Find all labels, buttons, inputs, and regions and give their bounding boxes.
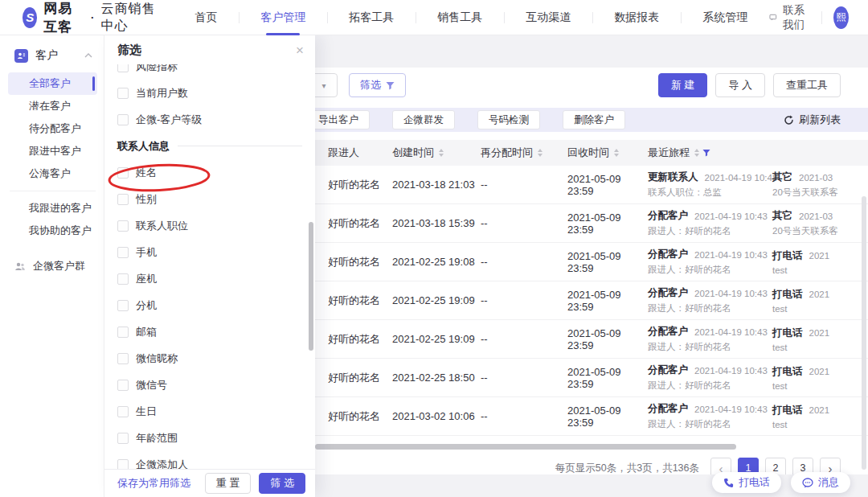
filter-button[interactable]: 筛选 xyxy=(349,73,406,97)
sort-icon[interactable] xyxy=(614,149,619,157)
sidebar-item[interactable]: 待分配客户 xyxy=(8,117,97,140)
checkbox[interactable] xyxy=(117,459,129,470)
filter-item[interactable]: 生日 xyxy=(117,398,302,425)
filter-item-label: 微信昵称 xyxy=(136,351,178,366)
sort-icon[interactable] xyxy=(439,149,444,157)
column-filter-funnel-icon[interactable] xyxy=(702,149,710,157)
sidebar-item[interactable]: 我协助的客户 xyxy=(8,220,97,242)
reset-button[interactable]: 重 置 xyxy=(205,473,252,494)
checkbox[interactable] xyxy=(117,194,129,205)
import-button[interactable]: 导 入 xyxy=(715,73,765,97)
table-row[interactable]: 好听的花名 2021-02-25 18:50 -- 2021-05-09 23:… xyxy=(315,359,868,397)
column-select-dropdown[interactable]: ▾ xyxy=(315,73,338,97)
contact-us-button[interactable]: 联系我们 xyxy=(769,3,810,32)
nav-item[interactable]: 数据报表 xyxy=(592,0,681,35)
filter-item[interactable]: 企微添加人 xyxy=(117,451,302,469)
message-button[interactable]: 消息 xyxy=(791,472,850,493)
checkbox[interactable] xyxy=(117,353,129,364)
checkbox[interactable] xyxy=(117,64,129,72)
checkbox[interactable] xyxy=(117,380,129,391)
filter-item[interactable]: 微信昵称 xyxy=(117,345,302,372)
vertical-scrollbar[interactable] xyxy=(862,196,866,470)
sort-icon[interactable] xyxy=(694,149,699,157)
new-button[interactable]: 新 建 xyxy=(658,73,708,97)
sidebar-item[interactable]: 我跟进的客户 xyxy=(8,197,97,220)
dedupe-tool-button[interactable]: 查重工具 xyxy=(773,73,841,97)
sidebar-item[interactable]: 全部客户 xyxy=(8,72,97,95)
filter-item[interactable]: 性别 xyxy=(117,186,302,212)
cell-journey: 更新联系人2021-04-19 10:48 联系人职位：总监 xyxy=(648,170,772,199)
todo-time: 2021-03 xyxy=(799,173,833,183)
bulk-action-button[interactable]: 企微群发 xyxy=(392,110,455,129)
save-as-common-filter-link[interactable]: 保存为常用筛选 xyxy=(117,476,190,491)
table-row[interactable]: 好听的花名 2021-03-02 10:06 -- 2021-05-09 23:… xyxy=(315,397,868,436)
filter-item[interactable]: 年龄范围 xyxy=(117,425,302,451)
table-row[interactable]: 好听的花名 2021-03-18 21:03 -- 2021-05-09 23:… xyxy=(315,166,868,204)
checkbox[interactable] xyxy=(117,406,129,417)
chevron-up-icon[interactable] xyxy=(84,53,92,58)
col-header-recycled[interactable]: 回收时间 xyxy=(567,146,648,160)
call-button[interactable]: 打电话 xyxy=(712,472,781,493)
checkbox[interactable] xyxy=(117,247,129,258)
filter-item[interactable]: 微信号 xyxy=(117,372,302,398)
nav-item[interactable]: 拓客工具 xyxy=(327,0,416,35)
sort-icon[interactable] xyxy=(538,149,542,157)
user-avatar[interactable]: 熙 xyxy=(833,6,849,29)
top-navbar: S 网易互客 · 云商销售中心 首页客户管理拓客工具销售工具互动渠道数据报表系统… xyxy=(0,0,868,35)
checkbox[interactable] xyxy=(117,327,129,338)
col-header-created[interactable]: 创建时间 xyxy=(392,146,481,160)
apply-filter-button[interactable]: 筛 选 xyxy=(259,473,305,494)
filter-item[interactable]: 分机 xyxy=(117,292,302,318)
cell-reassigned: -- xyxy=(481,372,567,384)
checkbox[interactable] xyxy=(117,273,129,285)
checkbox[interactable] xyxy=(117,88,129,99)
journey-subtext: 跟进人：好听的花名 xyxy=(648,302,731,314)
nav-item[interactable]: 客户管理 xyxy=(239,0,327,35)
filter-item[interactable]: 手机 xyxy=(117,239,302,265)
table-row[interactable]: 好听的花名 2021-02-25 19:08 -- 2021-05-09 23:… xyxy=(315,243,868,281)
cell-todo: 打电话2021 test xyxy=(772,327,868,352)
app-logo[interactable]: S 网易互客 · 云商销售中心 xyxy=(23,0,158,36)
bulk-action-button[interactable]: 导出客户 xyxy=(315,110,370,129)
table-row[interactable]: 好听的花名 2021-02-25 19:09 -- 2021-05-09 23:… xyxy=(315,320,868,359)
nav-item[interactable]: 系统管理 xyxy=(681,0,769,35)
col-header-reassigned[interactable]: 再分配时间 xyxy=(481,146,567,160)
filter-item-label: 年龄范围 xyxy=(136,431,178,446)
sidebar-item-qiwei-customer-groups[interactable]: 企微客户群 xyxy=(0,253,104,279)
sidebar-item[interactable]: 潜在客户 xyxy=(8,95,97,117)
bulk-action-button[interactable]: 删除客户 xyxy=(563,110,625,129)
refresh-list-button[interactable]: 刷新列表 xyxy=(784,113,841,127)
nav-item[interactable]: 首页 xyxy=(173,0,239,35)
filter-item[interactable]: 当前用户数 xyxy=(117,80,302,106)
bulk-action-button[interactable]: 号码检测 xyxy=(477,110,540,129)
nav-item[interactable]: 互动渠道 xyxy=(504,0,592,35)
checkbox[interactable] xyxy=(117,220,129,232)
cell-recycled: 2021-05-09 23:59 xyxy=(567,173,648,197)
table-row[interactable]: 好听的花名 2021-03-18 15:39 -- 2021-05-09 23:… xyxy=(315,204,868,243)
sidebar-item[interactable]: 跟进中客户 xyxy=(8,140,97,162)
checkbox[interactable] xyxy=(117,300,129,311)
todo-subtext: test xyxy=(772,265,788,275)
col-header-journey[interactable]: 最近旅程 xyxy=(648,146,772,160)
checkbox[interactable] xyxy=(117,114,129,125)
nav-item[interactable]: 销售工具 xyxy=(416,0,504,35)
close-icon[interactable]: × xyxy=(296,43,304,57)
checkbox[interactable] xyxy=(117,167,129,179)
filter-item[interactable]: 邮箱 xyxy=(117,318,302,345)
horizontal-scrollbar[interactable] xyxy=(315,444,868,450)
cell-todo: 打电话2021 test xyxy=(772,404,868,429)
journey-label: 分配客户 xyxy=(648,364,688,377)
filter-panel-scrollbar[interactable] xyxy=(309,222,313,351)
cell-created: 2021-02-25 19:08 xyxy=(392,256,481,268)
horizontal-scrollbar-thumb[interactable] xyxy=(315,444,736,450)
filter-item[interactable]: 姓名 xyxy=(117,159,302,186)
filter-item[interactable]: 联系人职位 xyxy=(117,212,302,239)
filter-item-label: 联系人职位 xyxy=(136,219,188,233)
filter-item[interactable]: 企微-客户等级 xyxy=(117,106,302,133)
filter-item[interactable]: 风险指标 xyxy=(117,64,302,80)
table-row[interactable]: 好听的花名 2021-02-25 19:09 -- 2021-05-09 23:… xyxy=(315,281,868,320)
filter-item[interactable]: 座机 xyxy=(117,265,302,292)
sidebar-section-customers[interactable]: 客户 xyxy=(0,42,104,69)
checkbox[interactable] xyxy=(117,433,129,444)
sidebar-item[interactable]: 公海客户 xyxy=(8,162,97,185)
